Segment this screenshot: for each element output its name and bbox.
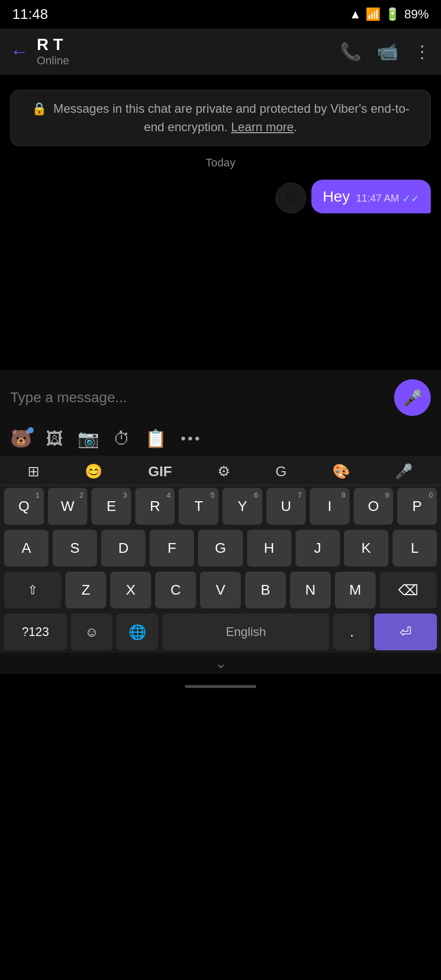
keyboard-theme-icon[interactable]: 🎨	[332, 463, 350, 480]
message-meta: 11:47 AM ✓✓	[356, 192, 420, 205]
mic-button[interactable]: 🎤	[394, 379, 431, 416]
signal-icon: 📶	[365, 7, 381, 21]
toolbar-row: 🐻 🖼 📷 ⏱ 📋 •••	[0, 424, 441, 456]
key-p[interactable]: P0	[397, 488, 437, 525]
key-n[interactable]: N	[290, 572, 331, 608]
camera-button[interactable]: 📷	[78, 428, 99, 449]
mic-icon: 🎤	[403, 389, 422, 407]
keyboard: ⊞ 😊 GIF ⚙ G 🎨 🎤 Q1 W2 E3 R4 T5 Y6 U7 I8 …	[0, 456, 441, 653]
image-button[interactable]: 🖼	[46, 429, 63, 449]
kb-mic-icon: 🎤	[395, 463, 413, 480]
learn-more-link[interactable]: Learn more	[231, 120, 294, 134]
key-i[interactable]: I8	[310, 488, 350, 525]
keyboard-translate-icon[interactable]: G	[276, 463, 287, 480]
sticker-icon: 😊	[85, 463, 103, 480]
apps-icon: ⊞	[28, 463, 39, 480]
key-s[interactable]: S	[53, 530, 97, 567]
heart-icon: ♡	[285, 190, 297, 206]
key-m[interactable]: M	[335, 572, 376, 608]
key-b[interactable]: B	[245, 572, 286, 608]
keyboard-gif-button[interactable]: GIF	[148, 463, 172, 480]
shift-key[interactable]: ⇧	[4, 572, 61, 608]
call-button[interactable]: 📞	[340, 41, 361, 62]
key-o[interactable]: O9	[354, 488, 394, 525]
key-f[interactable]: F	[150, 530, 194, 567]
key-a[interactable]: A	[4, 530, 48, 567]
key-q[interactable]: Q1	[4, 488, 44, 525]
message-row: ♡ Hey 11:47 AM ✓✓	[10, 180, 431, 213]
battery-icon: 🔋	[385, 7, 400, 21]
battery-text: 89%	[404, 7, 429, 21]
key-e[interactable]: E3	[91, 488, 131, 525]
sticker-button[interactable]: 🐻	[10, 428, 32, 449]
like-button[interactable]: ♡	[276, 183, 306, 213]
date-divider: Today	[10, 156, 431, 169]
key-g[interactable]: G	[198, 530, 242, 567]
lock-icon: 🔒	[32, 102, 47, 115]
wifi-icon: ▲	[349, 7, 361, 21]
numbers-key[interactable]: ?123	[4, 614, 67, 650]
enter-key[interactable]: ⏎	[374, 614, 437, 650]
nav-hint	[185, 685, 256, 688]
period-key[interactable]: .	[333, 614, 370, 650]
contact-name: R T	[37, 35, 340, 54]
note-button[interactable]: 📋	[145, 428, 166, 449]
globe-key[interactable]: 🌐	[116, 614, 158, 650]
keyboard-top-row: ⊞ 😊 GIF ⚙ G 🎨 🎤	[0, 456, 441, 485]
timer-button[interactable]: ⏱	[113, 429, 131, 449]
status-time: 11:48	[12, 6, 48, 22]
notification-dot	[28, 427, 34, 433]
key-u[interactable]: U7	[266, 488, 306, 525]
input-bar: 🎤	[0, 371, 441, 424]
message-time: 11:47 AM	[356, 192, 399, 204]
gif-label: GIF	[148, 463, 172, 480]
key-l[interactable]: L	[393, 530, 437, 567]
contact-info: R T Online	[37, 35, 340, 67]
key-k[interactable]: K	[344, 530, 388, 567]
key-r[interactable]: R4	[135, 488, 175, 525]
key-w[interactable]: W2	[48, 488, 88, 525]
key-j[interactable]: J	[296, 530, 340, 567]
keyboard-row-3: ⇧ Z X C V B N M ⌫	[0, 569, 441, 611]
header-actions: 📞 📹 ⋮	[340, 41, 431, 62]
status-bar: 11:48 ▲ 📶 🔋 89%	[0, 0, 441, 29]
keyboard-collapse-hint[interactable]: ⌄	[0, 653, 441, 674]
key-c[interactable]: C	[155, 572, 196, 608]
space-key[interactable]: English	[162, 614, 329, 650]
status-icons: ▲ 📶 🔋 89%	[349, 7, 429, 21]
keyboard-mic-icon[interactable]: 🎤	[395, 463, 413, 480]
back-button[interactable]: ←	[10, 41, 29, 62]
message-input[interactable]	[10, 389, 388, 406]
key-x[interactable]: X	[110, 572, 151, 608]
more-options-button[interactable]: ⋮	[413, 41, 431, 62]
key-d[interactable]: D	[101, 530, 145, 567]
keyboard-sticker-icon[interactable]: 😊	[85, 463, 103, 480]
keyboard-row-2: A S D F G H J K L	[0, 527, 441, 569]
chat-area: 🔒 Messages in this chat are private and …	[0, 75, 441, 371]
keyboard-row-4: ?123 ☺ 🌐 English . ⏎	[0, 611, 441, 653]
emoji-key[interactable]: ☺	[71, 614, 113, 650]
chevron-down-icon: ⌄	[215, 655, 227, 671]
key-z[interactable]: Z	[65, 572, 106, 608]
keyboard-row-1: Q1 W2 E3 R4 T5 Y6 U7 I8 O9 P0	[0, 485, 441, 527]
toolbar-more-button[interactable]: •••	[181, 430, 202, 447]
message-text: Hey	[323, 188, 350, 205]
key-v[interactable]: V	[200, 572, 241, 608]
chat-header: ← R T Online 📞 📹 ⋮	[0, 29, 441, 75]
video-call-button[interactable]: 📹	[377, 41, 398, 62]
translate-icon: G	[276, 463, 287, 480]
settings-icon: ⚙	[217, 463, 230, 480]
read-ticks: ✓✓	[402, 192, 420, 205]
encryption-notice: 🔒 Messages in this chat are private and …	[10, 90, 431, 146]
key-t[interactable]: T5	[179, 488, 218, 525]
message-bubble: Hey 11:47 AM ✓✓	[311, 180, 431, 213]
contact-status: Online	[37, 54, 340, 67]
keyboard-apps-icon[interactable]: ⊞	[28, 463, 39, 480]
key-y[interactable]: Y6	[223, 488, 262, 525]
key-h[interactable]: H	[247, 530, 291, 567]
keyboard-settings-icon[interactable]: ⚙	[217, 463, 230, 480]
backspace-key[interactable]: ⌫	[380, 572, 437, 608]
bottom-bar	[0, 674, 441, 699]
theme-icon: 🎨	[332, 463, 350, 480]
